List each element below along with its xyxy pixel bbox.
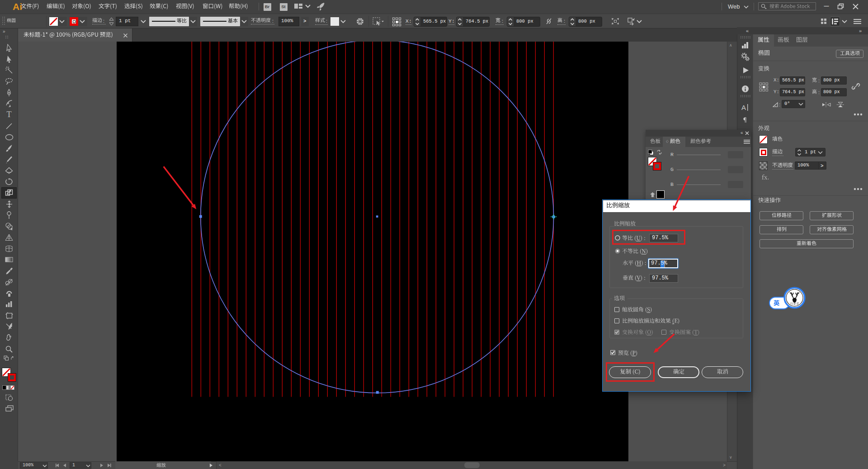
svg-text:A: A (741, 104, 746, 111)
